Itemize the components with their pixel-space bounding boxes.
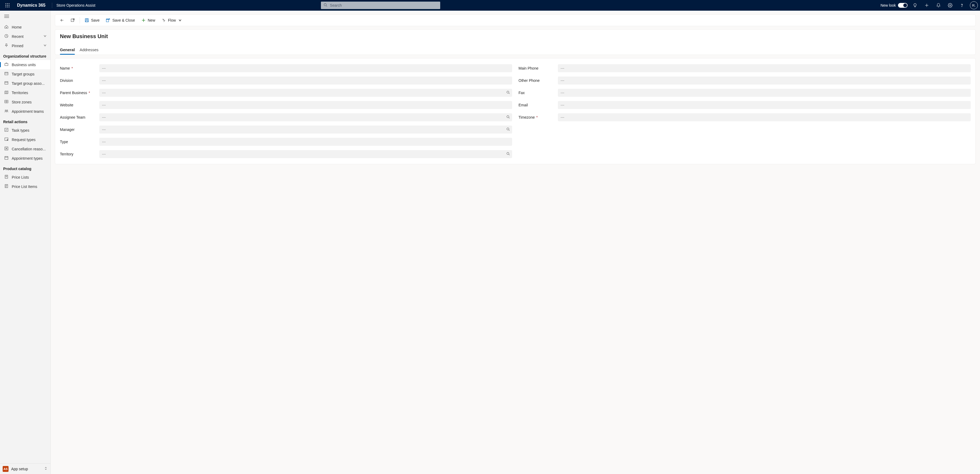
svg-point-27 xyxy=(5,110,6,111)
svg-point-1 xyxy=(7,3,8,4)
form-card: Name *DivisionParent Business *WebsiteAs… xyxy=(55,58,976,164)
sidebar-item-business-units[interactable]: Business units xyxy=(0,60,50,69)
sidebar-item-task-types[interactable]: Task types xyxy=(0,126,50,135)
search-bar xyxy=(321,2,440,9)
add-icon[interactable] xyxy=(921,0,932,11)
fax-input[interactable] xyxy=(558,89,971,97)
save-button[interactable]: Save xyxy=(82,16,102,25)
required-indicator: * xyxy=(89,91,90,95)
field-assignee-team: Assignee Team xyxy=(60,113,512,121)
search-input[interactable] xyxy=(321,2,440,9)
field-label: Name * xyxy=(60,66,97,70)
field-timezone: Timezone * xyxy=(519,113,971,121)
record-title: New Business Unit xyxy=(60,34,971,46)
field-label: Timezone * xyxy=(519,115,555,120)
gear-icon[interactable] xyxy=(945,0,956,11)
top-right-controls: New look R. xyxy=(880,0,978,11)
field-label: Email xyxy=(519,103,555,107)
back-button[interactable] xyxy=(57,16,67,25)
svg-point-7 xyxy=(7,7,8,8)
app-switcher[interactable]: AS App setup xyxy=(0,463,50,474)
app-launcher-icon[interactable] xyxy=(2,0,13,11)
app-name[interactable]: Store Operations Assist xyxy=(56,3,100,8)
sidebar-item-store-zones[interactable]: Store zones xyxy=(0,97,50,107)
sidebar-item-pinned[interactable]: Pinned xyxy=(0,41,50,50)
new-look-toggle[interactable]: New look xyxy=(880,3,908,8)
field-division: Division xyxy=(60,77,512,85)
assignee-team-input[interactable] xyxy=(99,113,512,121)
sidebar-item-territories[interactable]: Territories xyxy=(0,88,50,97)
open-in-new-window-button[interactable] xyxy=(68,16,78,25)
chevron-updown-icon xyxy=(44,466,48,471)
sidebar-item-target-groups[interactable]: Target groups xyxy=(0,69,50,79)
field-label: Parent Business * xyxy=(60,91,97,95)
division-input[interactable] xyxy=(99,77,512,85)
main-phone-input[interactable] xyxy=(558,64,971,72)
sidebar-item-label: Target groups xyxy=(12,72,47,76)
toggle-switch-icon[interactable] xyxy=(898,3,908,8)
sidebar-item-label: Cancellation reaso... xyxy=(12,147,47,151)
sidebar-item-label: Price List Items xyxy=(12,185,47,189)
email-input[interactable] xyxy=(558,101,971,109)
save-close-button[interactable]: Save & Close xyxy=(103,16,138,25)
brand-name[interactable]: Dynamics 365 xyxy=(15,3,48,8)
request-icon xyxy=(4,137,8,142)
target-icon xyxy=(4,81,8,86)
website-input[interactable] xyxy=(99,101,512,109)
field-label: Manager xyxy=(60,128,97,132)
lightbulb-icon[interactable] xyxy=(910,0,920,11)
sidebar-item-label: Price Lists xyxy=(12,175,47,179)
collapse-sidebar-icon[interactable] xyxy=(0,11,50,22)
sidebar-item-label: Store zones xyxy=(12,100,47,104)
pricelist-icon xyxy=(4,175,8,180)
other-phone-input[interactable] xyxy=(558,77,971,85)
sidebar-item-label: Appointment teams xyxy=(12,109,47,113)
sidebar-item-appointment-teams[interactable]: Appointment teams xyxy=(0,107,50,116)
main-content: Save Save & Close New Flow New Business … xyxy=(51,11,980,474)
sidebar-item-cancellation-reaso-[interactable]: Cancellation reaso... xyxy=(0,144,50,153)
flow-button[interactable]: Flow xyxy=(159,16,185,25)
clock-icon xyxy=(4,34,8,39)
field-label: Territory xyxy=(60,152,97,156)
command-bar: Save Save & Close New Flow xyxy=(55,14,976,26)
sidebar-item-price-lists[interactable]: Price Lists xyxy=(0,172,50,182)
sidebar-item-request-types[interactable]: Request types xyxy=(0,135,50,144)
map-icon xyxy=(4,90,8,95)
bell-icon[interactable] xyxy=(933,0,944,11)
field-type: Type xyxy=(60,138,512,146)
sidebar-item-home[interactable]: Home xyxy=(0,22,50,32)
tab-general[interactable]: General xyxy=(60,46,75,55)
chevron-down-icon xyxy=(178,18,182,22)
sidebar-item-appointment-types[interactable]: Appointment types xyxy=(0,153,50,163)
chevron-down-icon xyxy=(43,34,47,39)
home-icon xyxy=(4,24,8,30)
territory-input[interactable] xyxy=(99,150,512,158)
sidebar-item-label: Target group asso... xyxy=(12,81,47,86)
svg-point-2 xyxy=(9,3,10,4)
tab-addresses[interactable]: Addresses xyxy=(80,46,99,55)
type-input[interactable] xyxy=(99,138,512,146)
app-switcher-label: App setup xyxy=(11,467,41,471)
sidebar-item-target-group-asso-[interactable]: Target group asso... xyxy=(0,79,50,88)
sidebar-item-label: Appointment types xyxy=(12,156,47,161)
new-button[interactable]: New xyxy=(139,16,158,25)
sidebar-item-recent[interactable]: Recent xyxy=(0,32,50,41)
field-other-phone: Other Phone xyxy=(519,77,971,85)
field-territory: Territory xyxy=(60,150,512,158)
field-label: Website xyxy=(60,103,97,107)
name-input[interactable] xyxy=(99,64,512,72)
svg-rect-51 xyxy=(86,21,88,22)
user-avatar[interactable]: R. xyxy=(970,2,978,10)
help-icon[interactable] xyxy=(956,0,967,11)
sidebar-group-title: Organizational structure xyxy=(0,50,50,60)
field-label: Type xyxy=(60,140,97,144)
form-column-right: Main PhoneOther PhoneFaxEmailTimezone * xyxy=(519,64,971,158)
parent-business-input[interactable] xyxy=(99,89,512,97)
manager-input[interactable] xyxy=(99,126,512,134)
field-label: Main Phone xyxy=(519,66,555,70)
required-indicator: * xyxy=(536,115,538,120)
svg-point-28 xyxy=(7,110,8,111)
sidebar-item-price-list-items[interactable]: Price List Items xyxy=(0,182,50,191)
timezone-input[interactable] xyxy=(558,113,971,121)
svg-rect-53 xyxy=(107,19,108,20)
